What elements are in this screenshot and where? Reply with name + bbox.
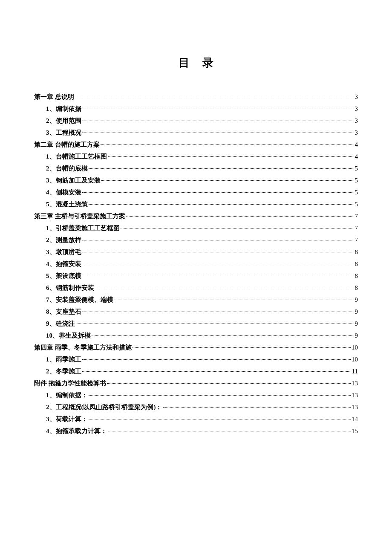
toc-entry: 1、雨季施工10	[34, 354, 358, 364]
document-page: 目录 第一章 总说明31、编制依据32、使用范围33、工程概况3第二章 台帽的施…	[0, 0, 392, 555]
toc-entry: 9、砼浇注9	[34, 318, 358, 329]
toc-leader-dots	[92, 335, 354, 336]
table-of-contents: 第一章 总说明31、编制依据32、使用范围33、工程概况3第二章 台帽的施工方案…	[34, 92, 358, 436]
toc-entry-label: 10、养生及拆模	[34, 330, 91, 341]
toc-entry-page: 9	[355, 330, 358, 341]
toc-entry-page: 3	[355, 116, 358, 126]
toc-leader-dots	[133, 347, 351, 348]
toc-entry-page: 9	[355, 306, 358, 317]
toc-entry-label: 8、支座垫石	[34, 306, 81, 317]
toc-entry-page: 5	[355, 175, 358, 185]
toc-entry-label: 第四章 雨季、冬季施工方法和措施	[34, 342, 132, 353]
toc-leader-dots	[89, 168, 354, 169]
toc-entry: 第三章 主桥与引桥盖梁施工方案7	[34, 211, 358, 221]
toc-leader-dots	[126, 216, 354, 217]
toc-entry-page: 10	[352, 354, 358, 364]
toc-entry-page: 3	[355, 92, 358, 102]
toc-entry-page: 9	[355, 295, 358, 305]
toc-entry-label: 6、钢筋制作安装	[34, 283, 94, 293]
toc-entry: 2、使用范围3	[34, 116, 358, 126]
toc-leader-dots	[108, 156, 354, 157]
toc-entry: 1、编制依据：13	[34, 390, 358, 400]
toc-leader-dots	[89, 204, 354, 205]
toc-entry: 4、侧模安装5	[34, 187, 358, 197]
toc-entry: 8、支座垫石9	[34, 306, 358, 317]
toc-entry-label: 1、台帽施工工艺框图	[34, 151, 107, 162]
toc-entry-page: 11	[352, 366, 358, 376]
toc-entry-label: 3、荷载计算：	[34, 414, 88, 424]
toc-entry: 2、工程概况(以凤山路桥引桥盖梁为例)：13	[34, 402, 358, 412]
toc-leader-dots	[76, 324, 354, 324]
toc-leader-dots	[89, 395, 351, 396]
toc-entry-page: 8	[355, 247, 358, 257]
toc-leader-dots	[82, 133, 354, 133]
toc-entry-label: 2、使用范围	[34, 116, 81, 126]
toc-leader-dots	[107, 383, 351, 384]
toc-entry-label: 2、工程概况(以凤山路桥引桥盖梁为例)：	[34, 402, 162, 412]
toc-entry-label: 3、工程概况	[34, 127, 81, 138]
toc-entry-label: 5、混凝土浇筑	[34, 199, 88, 209]
toc-leader-dots	[82, 276, 354, 276]
toc-entry: 4、抱箍承载力计算：15	[34, 426, 358, 436]
toc-entry-label: 第一章 总说明	[34, 92, 74, 102]
toc-entry-page: 8	[355, 259, 358, 269]
toc-entry: 第四章 雨季、冬季施工方法和措施10	[34, 342, 358, 353]
toc-leader-dots	[82, 121, 354, 121]
toc-entry-label: 2、台帽的底模	[34, 163, 88, 173]
toc-entry: 3、荷载计算：14	[34, 414, 358, 424]
toc-entry-label: 1、引桥盖梁施工工艺框图	[34, 223, 120, 233]
toc-leader-dots	[82, 109, 354, 109]
toc-leader-dots	[82, 359, 351, 360]
toc-entry: 附件 抱箍力学性能检算书13	[34, 378, 358, 388]
toc-entry: 3、钢筋加工及安装5	[34, 175, 358, 185]
toc-entry-label: 3、墩顶凿毛	[34, 247, 81, 257]
toc-entry-label: 5、架设底模	[34, 271, 81, 281]
toc-entry: 4、抱箍安装8	[34, 259, 358, 269]
toc-entry-page: 5	[355, 163, 358, 173]
toc-leader-dots	[82, 252, 354, 252]
toc-entry: 10、养生及拆模9	[34, 330, 358, 341]
toc-entry-page: 3	[355, 127, 358, 138]
toc-leader-dots	[101, 145, 354, 145]
toc-leader-dots	[108, 431, 351, 431]
toc-entry: 5、架设底模8	[34, 271, 358, 281]
toc-entry-page: 15	[352, 426, 358, 436]
toc-entry-page: 14	[352, 414, 358, 424]
toc-leader-dots	[75, 97, 354, 97]
toc-entry-page: 4	[355, 151, 358, 162]
toc-entry: 5、混凝土浇筑5	[34, 199, 358, 209]
toc-entry-page: 7	[355, 211, 358, 221]
toc-leader-dots	[121, 228, 354, 228]
toc-entry: 2、测量放样7	[34, 235, 358, 245]
toc-entry: 3、墩顶凿毛8	[34, 247, 358, 257]
toc-leader-dots	[101, 180, 354, 181]
toc-leader-dots	[82, 371, 351, 372]
toc-entry-page: 8	[355, 283, 358, 293]
toc-entry-label: 7、安装盖梁侧模、端模	[34, 295, 113, 305]
toc-entry-page: 5	[355, 187, 358, 197]
toc-entry-label: 4、抱箍承载力计算：	[34, 426, 107, 436]
toc-leader-dots	[82, 240, 354, 240]
toc-entry-page: 13	[352, 402, 358, 412]
toc-entry-label: 1、编制依据	[34, 104, 81, 114]
toc-entry-page: 13	[352, 378, 358, 388]
toc-entry: 6、钢筋制作安装8	[34, 283, 358, 293]
toc-entry: 2、冬季施工11	[34, 366, 358, 376]
toc-entry-label: 1、编制依据：	[34, 390, 88, 400]
toc-entry: 第一章 总说明3	[34, 92, 358, 102]
toc-entry-page: 9	[355, 318, 358, 329]
toc-entry: 7、安装盖梁侧模、端模9	[34, 295, 358, 305]
toc-entry-label: 2、冬季施工	[34, 366, 81, 376]
toc-entry: 1、台帽施工工艺框图4	[34, 151, 358, 162]
toc-entry: 1、引桥盖梁施工工艺框图7	[34, 223, 358, 233]
toc-entry-label: 第三章 主桥与引桥盖梁施工方案	[34, 211, 125, 221]
toc-entry-page: 7	[355, 235, 358, 245]
toc-entry-label: 3、钢筋加工及安装	[34, 175, 101, 185]
toc-entry-label: 4、侧模安装	[34, 187, 81, 197]
toc-entry-page: 4	[355, 139, 358, 150]
toc-leader-dots	[82, 192, 354, 193]
toc-leader-dots	[82, 312, 354, 312]
toc-entry-page: 7	[355, 223, 358, 233]
toc-entry-label: 4、抱箍安装	[34, 259, 81, 269]
toc-entry: 1、编制依据3	[34, 104, 358, 114]
